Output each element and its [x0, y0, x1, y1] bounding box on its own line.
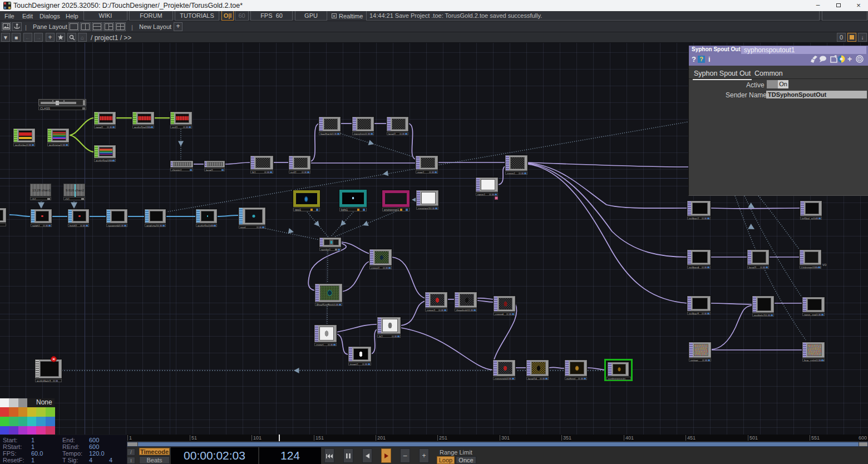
- svg-text:+: +: [847, 55, 852, 63]
